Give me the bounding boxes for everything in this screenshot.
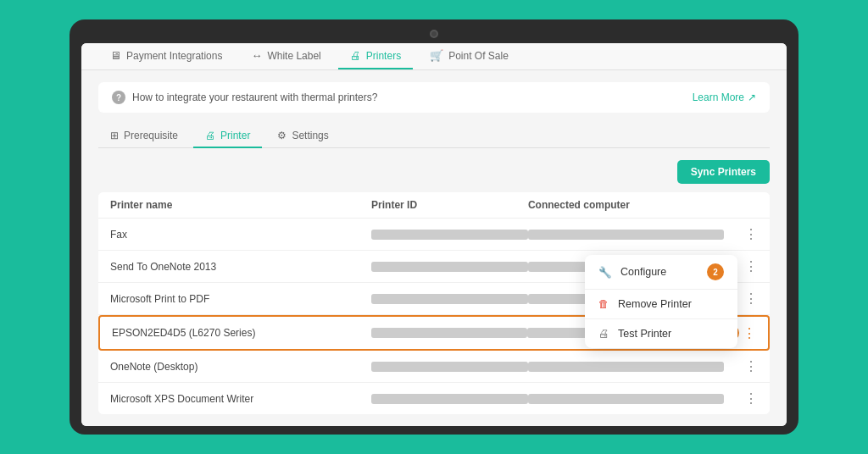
row-menu-button[interactable]: ⋮ (724, 358, 758, 374)
context-menu-test-printer[interactable]: 🖨 Test Printer (585, 319, 737, 348)
printer-name: OneNote (Desktop) (110, 361, 371, 373)
context-menu-configure[interactable]: 🔧 Configure 2 (585, 255, 737, 290)
table-header: Printer name Printer ID Connected comput… (98, 192, 770, 219)
webcam (430, 30, 438, 38)
printer-id-blurred: ██████████ (371, 328, 527, 338)
table-row: Fax ██████████ ████████████████ ⋮ (98, 219, 770, 251)
printer-id-blurred: ██████████ (371, 294, 528, 304)
printer-sub-icon: 🖨 (205, 130, 215, 141)
tab-printers[interactable]: 🖨 Printers (338, 43, 413, 69)
info-icon: ? (112, 91, 125, 104)
context-menu: 🔧 Configure 2 🗑 Remove Printer 🖨 Test Pr… (585, 255, 737, 348)
sub-tab-printer[interactable]: 🖨 Printer (193, 125, 262, 148)
sync-btn-row: Sync Printers (98, 160, 770, 184)
tab-whitelabel[interactable]: ↔ White Label (239, 43, 332, 69)
configure-badge: 2 (707, 263, 724, 280)
info-text: How to integrate your restaurent with th… (132, 91, 377, 103)
tab-pos[interactable]: 🛒 Point Of Sale (418, 43, 520, 69)
sub-tab-prerequisite[interactable]: ⊞ Prerequisite (98, 125, 190, 148)
settings-icon: ⚙ (277, 130, 287, 141)
prerequisite-icon: ⊞ (110, 130, 119, 141)
info-left: ? How to integrate your restaurent with … (112, 91, 377, 104)
header-printer-id: Printer ID (371, 199, 528, 211)
header-connected-computer: Connected computer (528, 199, 724, 211)
remove-printer-icon: 🗑 (598, 298, 609, 310)
printer-id-blurred: ██████████ (371, 394, 528, 404)
configure-icon: 🔧 (598, 266, 612, 279)
computer-blurred: ████████████████ (528, 394, 724, 404)
tab-payment[interactable]: 🖥 Payment Integrations (98, 43, 234, 69)
screen: 🖥 Payment Integrations ↔ White Label 🖨 P… (81, 43, 787, 426)
sub-tab-settings[interactable]: ⚙ Settings (265, 125, 340, 148)
computer-blurred: ████████████████ (528, 230, 724, 240)
learn-more-link[interactable]: Learn More ↗ (693, 91, 756, 103)
printers-icon: 🖨 (350, 49, 361, 62)
table-row: OneNote (Desktop) ██████████ ███████████… (98, 351, 770, 383)
laptop-frame: 🖥 Payment Integrations ↔ White Label 🖨 P… (70, 19, 798, 435)
pos-icon: 🛒 (430, 49, 443, 62)
sync-printers-button[interactable]: Sync Printers (677, 160, 770, 184)
printer-id-blurred: ██████████ (371, 262, 528, 272)
row-menu-button-active[interactable]: ⋮ (743, 325, 756, 341)
sub-tab-bar: ⊞ Prerequisite 🖨 Printer ⚙ Settings (98, 125, 770, 148)
row-menu-button[interactable]: ⋮ (724, 226, 758, 242)
configure-label: 🔧 Configure (598, 266, 666, 279)
context-menu-remove-printer[interactable]: 🗑 Remove Printer (585, 290, 737, 319)
printer-name: EPSON2ED4D5 (L6270 Series) (112, 327, 371, 339)
printer-id-blurred: ██████████ (371, 362, 528, 372)
row-menu-button[interactable]: ⋮ (724, 390, 758, 407)
tab-bar: 🖥 Payment Integrations ↔ White Label 🖨 P… (81, 43, 787, 70)
printer-name: Microsoft Print to PDF (110, 293, 371, 305)
printer-name: Send To OneNote 2013 (110, 261, 371, 273)
info-banner: ? How to integrate your restaurent with … (98, 82, 770, 113)
computer-blurred: ████████████████ (528, 362, 724, 372)
printer-name: Microsoft XPS Document Writer (110, 393, 371, 405)
printer-id-blurred: ██████████ (371, 230, 528, 240)
table-row: Microsoft XPS Document Writer ██████████… (98, 383, 770, 414)
external-link-icon: ↗ (748, 91, 756, 103)
content-area: ? How to integrate your restaurent with … (81, 70, 787, 426)
test-printer-icon: 🖨 (598, 328, 609, 340)
payment-icon: 🖥 (110, 49, 121, 62)
header-printer-name: Printer name (110, 199, 371, 211)
whitelabel-icon: ↔ (251, 49, 262, 62)
printer-name: Fax (110, 229, 371, 241)
